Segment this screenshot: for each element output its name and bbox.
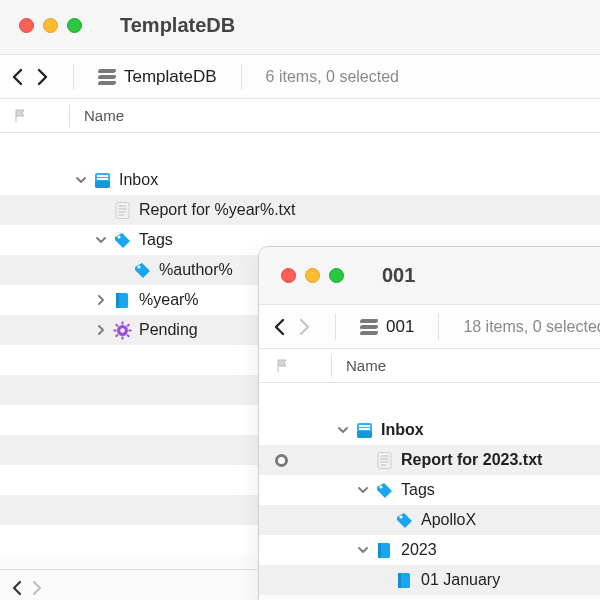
disclosure-triangle[interactable] xyxy=(355,485,371,495)
disclosure-triangle[interactable] xyxy=(93,295,109,305)
breadcrumb-label: 001 xyxy=(386,317,414,337)
svg-point-10 xyxy=(137,265,140,268)
tree-row-inbox[interactable]: Inbox xyxy=(0,165,600,195)
zoom-icon[interactable] xyxy=(67,18,82,33)
svg-rect-26 xyxy=(359,428,370,430)
path-forward[interactable] xyxy=(30,580,43,596)
svg-point-32 xyxy=(379,485,382,488)
column-header: Name xyxy=(0,99,600,133)
window-title: 001 xyxy=(382,264,415,287)
svg-rect-19 xyxy=(115,323,119,327)
gear-icon xyxy=(113,321,132,340)
titlebar: 001 xyxy=(259,247,600,305)
svg-rect-4 xyxy=(116,202,129,218)
tree: Inbox Report for 2023.txt Tags xyxy=(259,383,600,595)
svg-rect-22 xyxy=(115,333,119,337)
tree-label: Report for %year%.txt xyxy=(139,201,296,219)
separator xyxy=(73,64,74,90)
text-file-icon xyxy=(375,451,394,470)
window-001: 001 001 18 items, 0 selected Name xyxy=(258,246,600,600)
database-icon xyxy=(360,319,378,335)
disclosure-triangle[interactable] xyxy=(73,175,89,185)
column-divider xyxy=(69,105,70,127)
window-title: TemplateDB xyxy=(120,14,235,37)
svg-rect-1 xyxy=(95,181,110,188)
traffic-lights xyxy=(281,268,344,283)
disclosure-triangle[interactable] xyxy=(355,545,371,555)
name-column-header[interactable]: Name xyxy=(84,107,124,124)
nav-forward-button[interactable] xyxy=(35,68,49,86)
name-column-header[interactable]: Name xyxy=(346,357,386,374)
minimize-icon[interactable] xyxy=(43,18,58,33)
disclosure-triangle[interactable] xyxy=(93,235,109,245)
close-icon[interactable] xyxy=(281,268,296,283)
flag-column[interactable] xyxy=(275,358,331,374)
svg-point-14 xyxy=(120,328,124,332)
traffic-lights xyxy=(19,18,82,33)
disclosure-triangle[interactable] xyxy=(93,325,109,335)
tree-label: 2023 xyxy=(401,541,437,559)
close-icon[interactable] xyxy=(19,18,34,33)
group-folder-icon xyxy=(375,541,394,560)
tree-row-report[interactable]: Report for %year%.txt xyxy=(0,195,600,225)
toolbar: TemplateDB 6 items, 0 selected xyxy=(0,55,600,99)
tree-row-report[interactable]: Report for 2023.txt xyxy=(259,445,600,475)
nav-arrows xyxy=(11,68,49,86)
separator xyxy=(438,314,439,340)
svg-rect-25 xyxy=(359,425,370,427)
flag-column[interactable] xyxy=(13,108,69,124)
svg-point-9 xyxy=(117,235,120,238)
svg-rect-3 xyxy=(97,178,108,180)
svg-rect-35 xyxy=(378,543,381,558)
inbox-icon xyxy=(355,421,374,440)
nav-forward-button[interactable] xyxy=(297,318,311,336)
database-icon xyxy=(98,69,116,85)
status-text: 18 items, 0 selected xyxy=(463,318,600,336)
tree-row-apollox[interactable]: ApolloX xyxy=(259,505,600,535)
tree-label: Tags xyxy=(401,481,435,499)
breadcrumb[interactable]: 001 xyxy=(360,317,414,337)
svg-rect-37 xyxy=(398,573,401,588)
tag-icon xyxy=(375,481,394,500)
toolbar: 001 18 items, 0 selected xyxy=(259,305,600,349)
separator xyxy=(335,314,336,340)
tree-label: ApolloX xyxy=(421,511,476,529)
column-divider xyxy=(331,355,332,377)
svg-rect-18 xyxy=(129,329,132,331)
breadcrumb-label: TemplateDB xyxy=(124,67,217,87)
tree-row-jan[interactable]: 01 January xyxy=(259,565,600,595)
text-file-icon xyxy=(113,201,132,220)
tag-icon xyxy=(395,511,414,530)
svg-rect-2 xyxy=(97,175,108,177)
status-text: 6 items, 0 selected xyxy=(266,68,399,86)
unread-dot-icon xyxy=(275,454,288,467)
column-header: Name xyxy=(259,349,600,383)
group-folder-icon xyxy=(395,571,414,590)
tree-row-tags[interactable]: Tags xyxy=(259,475,600,505)
flag-icon xyxy=(13,108,29,124)
tree-row-inbox[interactable]: Inbox xyxy=(259,415,600,445)
svg-rect-20 xyxy=(126,333,130,337)
separator xyxy=(241,64,242,90)
minimize-icon[interactable] xyxy=(305,268,320,283)
disclosure-triangle[interactable] xyxy=(335,425,351,435)
svg-rect-15 xyxy=(122,321,124,324)
nav-back-button[interactable] xyxy=(11,68,25,86)
svg-rect-16 xyxy=(122,336,124,339)
svg-rect-17 xyxy=(114,329,117,331)
tree-spacer xyxy=(259,385,600,415)
group-folder-icon xyxy=(113,291,132,310)
tree-label: Inbox xyxy=(119,171,158,189)
tag-icon xyxy=(133,261,152,280)
tree-label: 01 January xyxy=(421,571,500,589)
breadcrumb[interactable]: TemplateDB xyxy=(98,67,217,87)
path-back[interactable] xyxy=(11,580,24,596)
tree-label: Tags xyxy=(139,231,173,249)
nav-back-button[interactable] xyxy=(273,318,287,336)
titlebar: TemplateDB xyxy=(0,0,600,55)
tree-label: Report for 2023.txt xyxy=(401,451,542,469)
tree-row-year[interactable]: 2023 xyxy=(259,535,600,565)
tree-label: %author% xyxy=(159,261,233,279)
inbox-icon xyxy=(93,171,112,190)
zoom-icon[interactable] xyxy=(329,268,344,283)
